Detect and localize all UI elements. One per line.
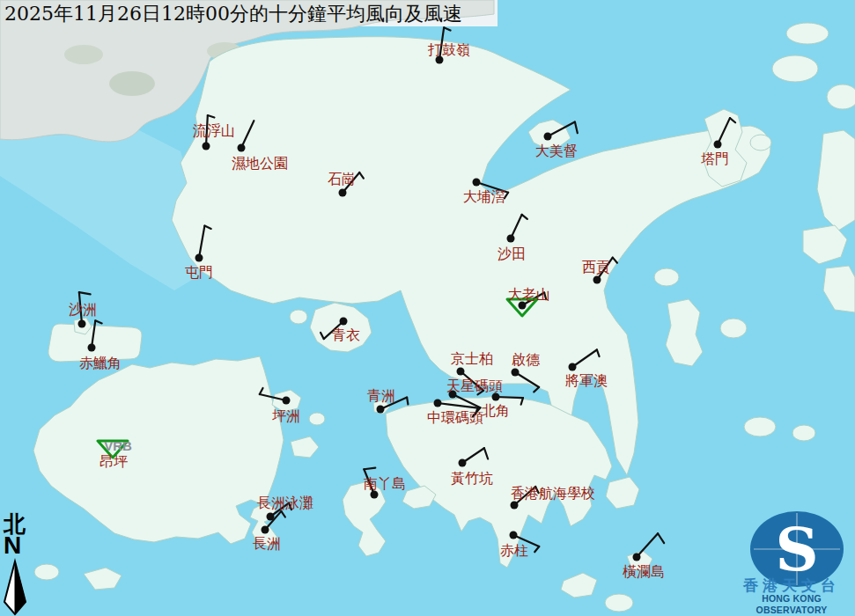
station-dot <box>507 235 515 243</box>
station-dot <box>511 502 519 510</box>
map-title: 2025年11月26日12時00分的十分鐘平均風向及風速 <box>4 1 462 27</box>
islet <box>654 268 679 286</box>
station-dot <box>203 143 210 150</box>
station-label: 長洲 <box>253 535 281 552</box>
station-label: 大老山 <box>508 286 550 303</box>
islet-kau-yi-chau <box>309 413 325 425</box>
station-dot <box>340 318 348 326</box>
islet <box>34 564 59 580</box>
station-label: 將軍澳 <box>565 372 608 389</box>
station-label: 天星碼頭 <box>446 378 503 394</box>
station-label: 沙洲 <box>69 301 97 318</box>
islet <box>605 594 633 612</box>
station-label: 大埔滘 <box>463 188 505 205</box>
station-label: 啟德 <box>512 351 541 368</box>
station-label: 北角 <box>482 402 510 419</box>
hko-logo-english: HONG KONG OBSERVATORY <box>730 593 853 616</box>
station-label: 屯門 <box>185 264 213 281</box>
station-label: 中環碼頭 <box>427 409 483 426</box>
hko-logo-text: 香港天文台 HONG KONG OBSERVATORY <box>730 578 853 616</box>
compass: 北 N <box>2 514 35 556</box>
station-label: 大美督 <box>535 143 578 159</box>
islet <box>750 135 771 150</box>
islet-ma-wan <box>290 310 307 324</box>
station-dot <box>434 400 442 407</box>
islet <box>772 55 818 82</box>
station-dot <box>714 141 722 149</box>
islet <box>792 425 815 441</box>
station-dot <box>195 254 203 262</box>
station-label: 橫瀾島 <box>623 563 665 580</box>
station-label: 青衣 <box>332 326 360 343</box>
station-dot <box>593 276 601 284</box>
wind-map: 打鼓嶺流浮山濕地公園石崗大美督塔門大埔滘沙田西貢大老山屯門沙洲赤鱲角青衣青洲坪洲… <box>0 0 855 616</box>
station-dot <box>512 369 520 377</box>
logo-swirl: S <box>775 514 818 584</box>
station-dot <box>633 554 641 561</box>
station-dot <box>283 397 291 405</box>
urban-patch <box>109 71 155 96</box>
station-dot <box>569 363 577 371</box>
islet <box>786 23 829 44</box>
station-label: 坪洲 <box>272 407 300 424</box>
station-dot <box>78 320 86 328</box>
map-canvas: 打鼓嶺流浮山濕地公園石崗大美督塔門大埔滘沙田西貢大老山屯門沙洲赤鱲角青衣青洲坪洲… <box>0 0 855 616</box>
station-label: 昂坪 <box>100 453 128 470</box>
station-label: 黃竹坑 <box>451 470 493 487</box>
station-label: 流浮山 <box>193 122 235 139</box>
station-label: 塔門 <box>701 150 729 167</box>
islet <box>827 84 855 109</box>
station-dot <box>473 179 481 187</box>
hko-logo-chinese: 香港天文台 <box>730 578 853 593</box>
station-dot <box>544 133 552 141</box>
station-label: 赤鱲角 <box>79 355 122 371</box>
station-label: 青洲 <box>367 387 395 404</box>
station-dot <box>510 532 518 539</box>
station-dot <box>457 368 465 376</box>
vrb-text: VRB <box>104 438 132 453</box>
urban-patch <box>64 45 103 64</box>
station-label: 石崗 <box>328 171 356 187</box>
compass-north-letter: N <box>4 535 35 556</box>
station-dot <box>238 144 246 152</box>
islet <box>720 319 747 338</box>
station-dot <box>262 526 269 534</box>
wind-staff <box>496 397 523 398</box>
station-dot <box>377 406 385 414</box>
station-label: 香港航海學校 <box>511 485 595 502</box>
station-label: 打鼓嶺 <box>427 41 470 58</box>
station-label: 京士柏 <box>451 350 493 367</box>
station-dot <box>339 189 347 197</box>
wind-barb <box>407 398 408 405</box>
station-dot <box>459 459 467 467</box>
station-dot <box>492 393 500 401</box>
station-label: 赤柱 <box>500 542 528 559</box>
station-label: 長洲泳灘 <box>257 495 313 511</box>
station-label: 濕地公園 <box>232 155 288 172</box>
islet <box>744 417 776 436</box>
station-dot <box>88 344 96 352</box>
station-label: 沙田 <box>498 246 526 262</box>
station-label: 南丫島 <box>364 475 406 492</box>
station-label: 西貢 <box>582 259 610 275</box>
